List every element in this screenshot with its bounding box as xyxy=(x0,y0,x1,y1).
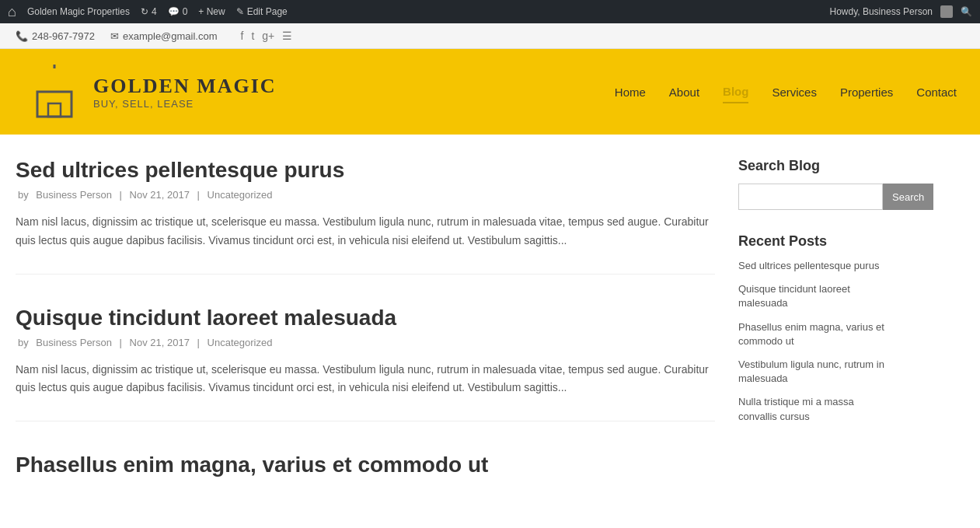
recent-post-3[interactable]: Phasellus enim magna, varius et commodo … xyxy=(738,320,894,348)
recent-post-1[interactable]: Sed ultrices pellentesque purus xyxy=(738,259,894,273)
recent-post-4[interactable]: Vestibulum ligula nunc, rutrum in malesu… xyxy=(738,358,894,386)
phone-bar: 📞 248-967-7972 xyxy=(16,30,95,42)
logo-subtitle: BUY, SELL, LEASE xyxy=(93,98,277,110)
avatar xyxy=(940,5,953,18)
site-nav: Home About Blog Services Properties Cont… xyxy=(615,81,957,103)
comments-link[interactable]: 💬 0 xyxy=(168,6,188,17)
nav-home[interactable]: Home xyxy=(615,82,646,103)
edit-page-label: Edit Page xyxy=(247,6,288,17)
wp-logo[interactable]: ⌂ xyxy=(8,4,16,20)
post-date-1: Nov 21, 2017 xyxy=(130,189,190,201)
post-sep-2b: | xyxy=(197,337,200,348)
comments-icon: 💬 xyxy=(168,6,180,17)
recent-posts-section: Recent Posts Sed ultrices pellentesque p… xyxy=(738,233,894,424)
post-title-3[interactable]: Phasellus enim magna, varius et commodo … xyxy=(16,453,715,477)
phone-number: 248-967-7972 xyxy=(32,30,95,42)
site-name-link[interactable]: Golden Magic Properties xyxy=(27,6,130,17)
content-area: Sed ultrices pellentesque purus by Busin… xyxy=(16,158,715,528)
site-logo[interactable]: GOLDEN MAGIC BUY, SELL, LEASE xyxy=(23,61,277,123)
search-button[interactable]: Search xyxy=(883,184,933,210)
logo-title: GOLDEN MAGIC xyxy=(93,75,277,98)
post-date-2: Nov 21, 2017 xyxy=(130,337,190,348)
new-link[interactable]: + New xyxy=(198,6,225,17)
comments-count: 0 xyxy=(183,6,188,17)
wp-icon: ⌂ xyxy=(8,4,16,20)
edit-icon: ✎ xyxy=(236,6,244,17)
nav-contact[interactable]: Contact xyxy=(916,82,957,103)
post-by-2: by xyxy=(18,337,29,348)
email-bar: ✉ example@gmail.com xyxy=(110,30,218,42)
post-excerpt-2: Nam nisl lacus, dignissim ac tristique u… xyxy=(16,361,715,398)
googleplus-icon[interactable]: g+ xyxy=(262,30,274,42)
blog-post-2: Quisque tincidunt laoreet malesuada by B… xyxy=(16,306,715,422)
admin-bar: ⌂ Golden Magic Properties ↻ 4 💬 0 + New … xyxy=(0,0,980,23)
twitter-icon[interactable]: t xyxy=(251,30,254,42)
site-name-text: Golden Magic Properties xyxy=(27,6,130,17)
recent-post-5[interactable]: Nulla tristique mi a massa convallis cur… xyxy=(738,395,894,423)
post-sep-1a: | xyxy=(120,189,122,201)
post-meta-2: by Business Person | Nov 21, 2017 | Unca… xyxy=(16,337,715,348)
post-excerpt-1: Nam nisl lacus, dignissim ac tristique u… xyxy=(16,213,715,250)
recent-posts-title: Recent Posts xyxy=(738,233,894,250)
blog-post-3: Phasellus enim magna, varius et commodo … xyxy=(16,453,715,507)
logo-house-icon xyxy=(23,61,85,123)
blog-post-1: Sed ultrices pellentesque purus by Busin… xyxy=(16,158,715,274)
admin-search-icon[interactable]: 🔍 xyxy=(961,6,972,17)
post-title-1[interactable]: Sed ultrices pellentesque purus xyxy=(16,158,715,183)
nav-blog[interactable]: Blog xyxy=(723,81,748,103)
new-label: + New xyxy=(198,6,225,17)
howdy-text: Howdy, Business Person xyxy=(829,6,933,17)
sidebar: Search Blog Search Recent Posts Sed ultr… xyxy=(738,158,894,528)
post-sep-1b: | xyxy=(197,189,200,201)
contact-bar: 📞 248-967-7972 ✉ example@gmail.com f t g… xyxy=(0,23,980,49)
nav-services[interactable]: Services xyxy=(772,82,817,103)
search-box: Search xyxy=(738,184,894,210)
social-icons: f t g+ ☰ xyxy=(241,30,293,42)
site-header: GOLDEN MAGIC BUY, SELL, LEASE Home About… xyxy=(0,49,980,135)
phone-icon: 📞 xyxy=(16,30,28,42)
logo-text: GOLDEN MAGIC BUY, SELL, LEASE xyxy=(93,75,277,110)
rss-icon[interactable]: ☰ xyxy=(282,30,292,42)
email-address: example@gmail.com xyxy=(123,30,218,42)
post-category-1: Uncategorized xyxy=(208,189,273,201)
updates-icon: ↻ xyxy=(141,6,148,17)
edit-page-link[interactable]: ✎ Edit Page xyxy=(236,6,288,17)
post-meta-1: by Business Person | Nov 21, 2017 | Unca… xyxy=(16,189,715,201)
nav-about[interactable]: About xyxy=(669,82,699,103)
search-title: Search Blog xyxy=(738,158,894,174)
updates-count: 4 xyxy=(152,6,157,17)
post-sep-2a: | xyxy=(120,337,122,348)
facebook-icon[interactable]: f xyxy=(241,30,244,42)
post-category-2: Uncategorized xyxy=(208,337,273,348)
post-title-2[interactable]: Quisque tincidunt laoreet malesuada xyxy=(16,306,715,330)
recent-post-2[interactable]: Quisque tincidunt laoreet malesuada xyxy=(738,282,894,310)
post-by-1: by xyxy=(18,189,29,201)
recent-posts-list: Sed ultrices pellentesque purus Quisque … xyxy=(738,259,894,424)
search-input[interactable] xyxy=(738,184,883,210)
updates-link[interactable]: ↻ 4 xyxy=(141,6,157,17)
post-author-2: Business Person xyxy=(36,337,112,348)
nav-properties[interactable]: Properties xyxy=(840,82,893,103)
post-author-1: Business Person xyxy=(36,189,112,201)
svg-rect-1 xyxy=(48,103,61,117)
main-layout: Sed ultrices pellentesque purus by Busin… xyxy=(0,135,980,528)
search-section: Search Blog Search xyxy=(738,158,894,210)
email-icon: ✉ xyxy=(110,30,119,42)
